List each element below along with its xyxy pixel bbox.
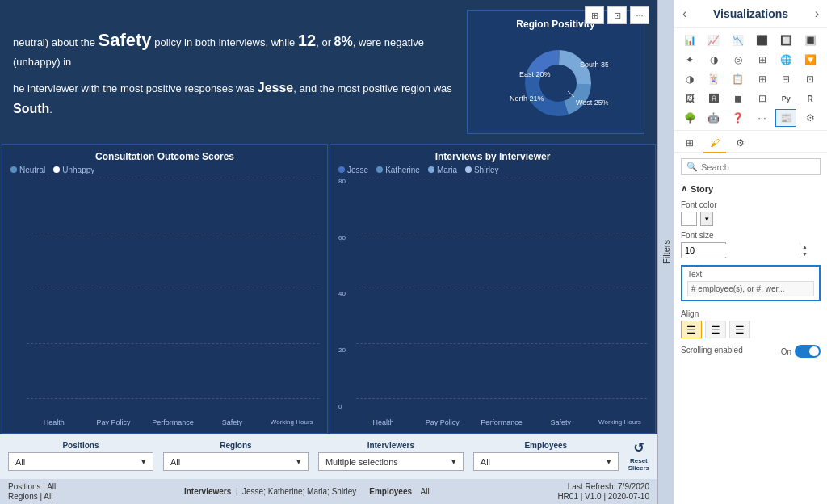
align-right-button[interactable]: ☰ bbox=[729, 321, 750, 338]
status-left: Positions | All Regions | All bbox=[8, 482, 56, 501]
text-content-preview[interactable]: # employee(s), or #, wer... bbox=[687, 281, 814, 296]
story-prefix: neutral) about the bbox=[13, 36, 99, 48]
story-line2b: , and the most positive region was bbox=[293, 82, 452, 94]
scrolling-toggle[interactable] bbox=[795, 345, 821, 358]
tab-analytics[interactable]: ⚙ bbox=[729, 134, 751, 153]
filter-positions-select[interactable]: All ▾ bbox=[8, 452, 153, 471]
chevron-down-icon-4: ▾ bbox=[607, 456, 611, 467]
filter-regions-group: Regions All ▾ bbox=[163, 441, 309, 471]
panel-tabs: ⊞ 🖌 ⚙ bbox=[674, 131, 827, 153]
scrolling-on-label: On bbox=[781, 347, 791, 356]
viz-icon-line[interactable]: 📈 bbox=[703, 32, 724, 49]
viz-icon-matrix[interactable]: ⊟ bbox=[775, 70, 796, 88]
focus-toolbar-button[interactable]: ⊡ bbox=[607, 6, 627, 24]
tab-format[interactable]: 🖌 bbox=[703, 134, 726, 153]
filter-regions-select[interactable]: All ▾ bbox=[163, 452, 309, 471]
viz-icon-bar[interactable]: 📊 bbox=[679, 32, 700, 49]
viz-icon-kpi[interactable]: 📋 bbox=[728, 70, 749, 88]
viz-icon-more[interactable]: ··· bbox=[752, 109, 773, 127]
viz-icon-area[interactable]: 📉 bbox=[728, 32, 749, 49]
interviews-y-labels: 806040200 bbox=[338, 178, 346, 410]
story-part3: , or bbox=[316, 36, 334, 48]
more-toolbar-button[interactable]: ··· bbox=[630, 6, 649, 24]
donut-label-east: East 20% bbox=[519, 70, 551, 78]
viz-icon-image[interactable]: 🖼 bbox=[679, 90, 700, 107]
viz-icon-donut[interactable]: ◎ bbox=[728, 51, 749, 69]
scrolling-row: Scrolling enabled On bbox=[674, 342, 827, 361]
viz-icon-card[interactable]: 🃏 bbox=[703, 70, 724, 88]
story-line2: he interviewer with the most positive re… bbox=[13, 78, 459, 119]
search-input[interactable] bbox=[701, 162, 815, 172]
search-icon: 🔍 bbox=[686, 162, 698, 172]
viz-icon-table[interactable]: ⊞ bbox=[752, 70, 773, 88]
x-label-working: Working Hours bbox=[264, 418, 319, 426]
ix-label-working: Working Hours bbox=[593, 418, 647, 426]
viz-icon-decomp[interactable]: 🌳 bbox=[679, 109, 700, 127]
filter-interviewers-group: Interviewers Multiple selections ▾ bbox=[318, 441, 464, 471]
legend-unhappy: Unhappy bbox=[53, 166, 94, 174]
filter-toolbar-button[interactable]: ⊞ bbox=[585, 6, 604, 24]
color-dropdown[interactable]: ▾ bbox=[700, 212, 713, 226]
viz-icon-gauge[interactable]: ◑ bbox=[679, 70, 700, 88]
color-picker: ▾ bbox=[681, 212, 821, 226]
status-middle: Interviewers | Jesse; Katherine; Maria; … bbox=[184, 482, 430, 501]
x-label-perf: Performance bbox=[145, 418, 200, 426]
filter-employees-select[interactable]: All ▾ bbox=[473, 452, 619, 471]
legend-neutral: Neutral bbox=[10, 166, 45, 174]
viz-icon-selected[interactable]: 📰 bbox=[775, 109, 796, 127]
font-size-arrows: ▲ ▼ bbox=[800, 243, 809, 258]
viz-icon-treemap[interactable]: ⊞ bbox=[752, 51, 773, 69]
status-right: Last Refresh: 7/9/2020 HR01 | V1.0 | 202… bbox=[557, 482, 649, 501]
font-size-up[interactable]: ▲ bbox=[800, 243, 809, 250]
panel-nav-back[interactable]: ‹ bbox=[682, 6, 686, 21]
viz-icon-button[interactable]: ⊡ bbox=[752, 90, 773, 107]
story-pct: 8% bbox=[334, 35, 353, 48]
filters-tab[interactable]: Filters bbox=[657, 0, 674, 504]
viz-icon-slicer[interactable]: ⊡ bbox=[800, 70, 821, 88]
viz-icon-shape[interactable]: ◼ bbox=[728, 90, 749, 107]
panel-nav-forward[interactable]: › bbox=[815, 6, 819, 21]
charts-row: Consultation Outcome Scores Neutral Unha… bbox=[0, 144, 657, 434]
viz-icon-qs[interactable]: ❓ bbox=[728, 109, 749, 127]
viz-icon-pie[interactable]: ◑ bbox=[703, 51, 724, 69]
donut-label-south: South 35% bbox=[580, 61, 608, 69]
panel-title: Visualizations bbox=[713, 7, 788, 20]
viz-icon-waterfall[interactable]: 🔳 bbox=[800, 32, 821, 49]
viz-icon-r[interactable]: R bbox=[800, 90, 821, 107]
reset-icon: ↺ bbox=[633, 440, 644, 456]
font-size-down[interactable]: ▼ bbox=[800, 250, 809, 258]
viz-icon-textbox[interactable]: 🅰 bbox=[703, 90, 724, 107]
tab-fields[interactable]: ⊞ bbox=[679, 134, 700, 153]
ix-label-safety: Safety bbox=[534, 418, 588, 426]
font-size-field[interactable] bbox=[682, 244, 800, 257]
reset-slicers-button[interactable]: ↺ ResetSlicers bbox=[628, 440, 649, 472]
legend-maria: Maria bbox=[428, 166, 457, 174]
chevron-down-icon-3: ▾ bbox=[451, 456, 456, 467]
filter-interviewers-select[interactable]: Multiple selections ▾ bbox=[318, 452, 464, 471]
color-box[interactable] bbox=[681, 212, 697, 226]
x-label-pay: Pay Policy bbox=[86, 418, 141, 426]
interviews-chart-title: Interviews by Interviewer bbox=[338, 151, 647, 162]
story-toolbar: ⊞ ⊡ ··· bbox=[585, 6, 649, 24]
story-num: 12 bbox=[298, 32, 316, 49]
scrolling-label: Scrolling enabled bbox=[681, 346, 743, 355]
ix-label-health: Health bbox=[356, 418, 410, 426]
align-left-button[interactable]: ☰ bbox=[681, 321, 702, 338]
viz-icon-scatter[interactable]: ✦ bbox=[679, 51, 700, 69]
viz-icon-stacked[interactable]: ⬛ bbox=[752, 32, 773, 49]
viz-icon-ribbon[interactable]: 🔲 bbox=[775, 32, 796, 49]
viz-icon-funnel[interactable]: 🔽 bbox=[800, 51, 821, 69]
filters-row: Positions All ▾ Regions All ▾ Interviewe… bbox=[0, 434, 657, 479]
interviews-legend: Jesse Katherine Maria Shirley bbox=[338, 166, 647, 174]
chevron-down-icon-2: ▾ bbox=[296, 456, 301, 467]
filter-regions-label: Regions bbox=[163, 441, 309, 450]
status-version: HR01 | V1.0 | 2020-07-10 bbox=[557, 492, 649, 501]
viz-icon-python[interactable]: Py bbox=[775, 90, 796, 107]
viz-icon-extra[interactable]: ⚙ bbox=[800, 109, 821, 127]
story-section-header[interactable]: ∧ Story bbox=[674, 180, 827, 197]
viz-icon-ai[interactable]: 🤖 bbox=[703, 109, 724, 127]
viz-icon-map[interactable]: 🌐 bbox=[775, 51, 796, 69]
align-center-button[interactable]: ☰ bbox=[705, 321, 726, 338]
panel-header: ‹ Visualizations › bbox=[674, 0, 827, 28]
text-section-label: Text bbox=[687, 270, 814, 279]
